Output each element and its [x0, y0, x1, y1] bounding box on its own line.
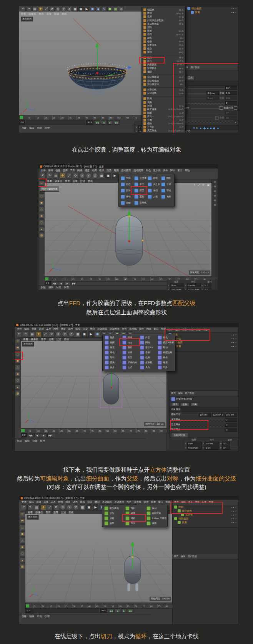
generator-menu-item[interactable]: 布尔 — [124, 521, 145, 526]
menu-bar-item[interactable]: 帮助 — [161, 327, 166, 331]
toolbar-icon[interactable]: ↶ — [16, 331, 22, 337]
menu-bar-item[interactable]: 雕刻 — [114, 169, 119, 172]
toolbar-icon[interactable]: ▶ — [84, 7, 89, 12]
attribute-value-field[interactable]: 2.6 cm — [206, 91, 219, 95]
primitive-menu-item[interactable]: 油桶 — [146, 187, 160, 194]
menu-bar-item[interactable]: 角色 — [122, 327, 127, 331]
grid-size-z[interactable]: 100 cm — [225, 413, 237, 417]
primitive-menu-item[interactable]: 圆盘 — [120, 181, 133, 187]
attribute-checkbox[interactable] — [220, 106, 223, 110]
transport-button[interactable]: ▶ — [41, 433, 47, 437]
coordinate-value[interactable]: 0 ° — [222, 446, 230, 450]
menu-bar-item[interactable]: 捕捉 — [65, 501, 70, 504]
depth-points[interactable]: 3 — [225, 428, 237, 432]
context-menu-item[interactable]: 偏移 M~Y — [142, 70, 185, 73]
object-manager-tab[interactable]: 文件 — [174, 501, 179, 504]
palette-icon[interactable]: ◉ — [15, 371, 20, 377]
material-tab[interactable]: 编辑 — [25, 439, 30, 443]
deformer-menu-item[interactable]: 摄像机 — [139, 360, 156, 365]
toolbar-icon[interactable]: ▶ — [93, 504, 98, 510]
coordinate-value[interactable]: 137.014 cm — [187, 288, 201, 290]
transport-button[interactable]: ◀◀ — [28, 433, 33, 437]
deformer-menu-item[interactable]: 斜切 — [139, 335, 156, 340]
menu-bar-item[interactable]: 选择 — [43, 501, 48, 504]
primitive-menu-item[interactable]: 球体 — [160, 181, 173, 187]
menu-bar-item[interactable]: 模拟 — [75, 327, 80, 331]
generator-menu-item[interactable]: 减面 — [145, 521, 166, 526]
toolbar-icon[interactable]: ▤ — [34, 504, 40, 510]
palette-icon[interactable]: ☰ — [15, 339, 20, 344]
deformer-menu-item[interactable]: 收缩包裹 — [156, 350, 174, 355]
context-menu-item[interactable]: 磁铁 M~I — [142, 37, 185, 40]
palette-icon[interactable]: ◻ — [15, 352, 20, 357]
attribute-tab[interactable]: 编辑 — [181, 555, 185, 558]
object-manager-tab[interactable]: 查看 — [182, 328, 187, 332]
toolbar-icon[interactable]: ↶ — [21, 504, 27, 510]
palette-icon[interactable]: ◼ — [15, 358, 20, 364]
object-manager-tab[interactable]: 编辑 — [175, 328, 180, 332]
context-menu-item[interactable]: 分裂 U~P — [142, 118, 185, 122]
context-menu-item[interactable]: 阵列 — [142, 97, 185, 100]
object-manager-row[interactable]: 细分曲面 ●● ✓ — [173, 509, 238, 513]
context-menu-item[interactable]: 沿法线旋转 M~, — [142, 83, 185, 86]
tab-tool[interactable]: 工具 — [186, 76, 195, 80]
current-frame-field[interactable]: 0 F — [19, 120, 25, 125]
palette-icon[interactable]: ⬒ — [15, 345, 20, 350]
frame-slider[interactable] — [26, 120, 85, 125]
palette-icon[interactable]: △ — [20, 538, 25, 543]
coordinate-value[interactable]: 0 ° — [204, 284, 211, 287]
context-menu-item[interactable]: 对齐法线 U~A — [142, 88, 185, 92]
menu-bar-item[interactable]: 流水线 — [129, 327, 137, 331]
toolbar-icon[interactable]: ⤢ — [47, 504, 53, 510]
toolbar-icon[interactable]: ⤢ — [42, 331, 48, 337]
menu-bar-item[interactable]: 流水线 — [134, 501, 141, 504]
menu-bar-item[interactable]: 编辑 — [48, 169, 53, 172]
toolbar-icon[interactable]: Z — [67, 7, 72, 12]
menu-bar-item[interactable]: 编辑 — [29, 501, 34, 504]
toolbar-icon[interactable]: ⤢ — [44, 7, 49, 12]
coordinate-value[interactable]: 0 ° — [222, 442, 230, 445]
menu-bar-item[interactable]: 文件 — [22, 501, 27, 504]
attribute-tab[interactable]: 模式 — [171, 392, 176, 395]
toolbar-icon[interactable]: ⟳ — [49, 331, 55, 337]
palette-icon[interactable]: ◻ — [39, 194, 44, 199]
object-manager-row[interactable]: 胶囊 ●● ✓ — [173, 521, 238, 524]
generator-menu-item[interactable]: 挤压 — [103, 511, 124, 516]
current-frame-field[interactable]: 0 F — [21, 433, 27, 437]
toolbar-icon[interactable]: X — [55, 7, 60, 12]
context-menu-item[interactable]: 沿法线移动 M~Z — [142, 75, 185, 79]
generator-menu-item[interactable]: 阵列 — [124, 506, 145, 511]
menu-bar-item[interactable]: 帮助 — [185, 169, 190, 172]
menu-bar-item[interactable]: 选择 — [63, 169, 68, 172]
primitive-menu-item[interactable]: 平面 — [133, 181, 146, 187]
palette-icon[interactable]: △ — [15, 365, 20, 370]
material-tab[interactable]: 纹理 — [40, 439, 45, 443]
deformer-menu-item[interactable]: 包裹 — [139, 355, 156, 360]
menu-bar-item[interactable]: 网格 — [77, 169, 82, 172]
menu-bar-item[interactable]: 窗口 — [154, 327, 159, 331]
primitive-menu-item[interactable]: 圆柱 — [160, 175, 173, 181]
primitive-menu-item[interactable]: 地形 — [160, 194, 173, 200]
menu-bar-item[interactable]: 文件 — [17, 327, 22, 331]
toolbar-icon[interactable]: Y — [86, 173, 92, 179]
menu-bar-item[interactable]: 模拟 — [80, 501, 85, 504]
grid-size-x[interactable]: 100 cm — [199, 413, 211, 417]
taskbar-icon[interactable]: ■ — [210, 127, 212, 130]
object-manager-row[interactable]: 胶囊 ●● ✓ — [167, 333, 238, 337]
context-menu-item[interactable]: 倒角 M~S — [142, 56, 185, 59]
context-menu-item[interactable]: 融解 U~Z — [142, 111, 185, 115]
object-manager-tab[interactable]: 文件 — [168, 328, 173, 332]
toolbar-icon[interactable]: ▣ — [86, 504, 92, 510]
menu-bar-item[interactable]: 动画 — [68, 327, 73, 331]
toolbar-icon[interactable]: ✎ — [102, 7, 107, 12]
timeline-ruler[interactable]: 0510152025303540455055606570 — [19, 115, 142, 120]
taskbar-icon[interactable]: ≡ — [196, 127, 198, 130]
menu-bar-item[interactable]: 雕刻 — [90, 327, 95, 331]
context-menu-item[interactable]: 反三角化 U~U, U~Shift+U — [142, 129, 185, 132]
menu-bar-item[interactable]: 工具 — [51, 501, 56, 504]
taskbar-icon[interactable]: ◆ — [203, 127, 206, 130]
context-menu-item[interactable]: 熨烫 M~G — [142, 29, 185, 33]
context-menu-item[interactable]: 沿法线缩放 M~# — [142, 79, 185, 83]
menu-bar-item[interactable]: 脚本 — [146, 327, 151, 331]
transport-button[interactable]: ◀◀ — [108, 609, 114, 613]
